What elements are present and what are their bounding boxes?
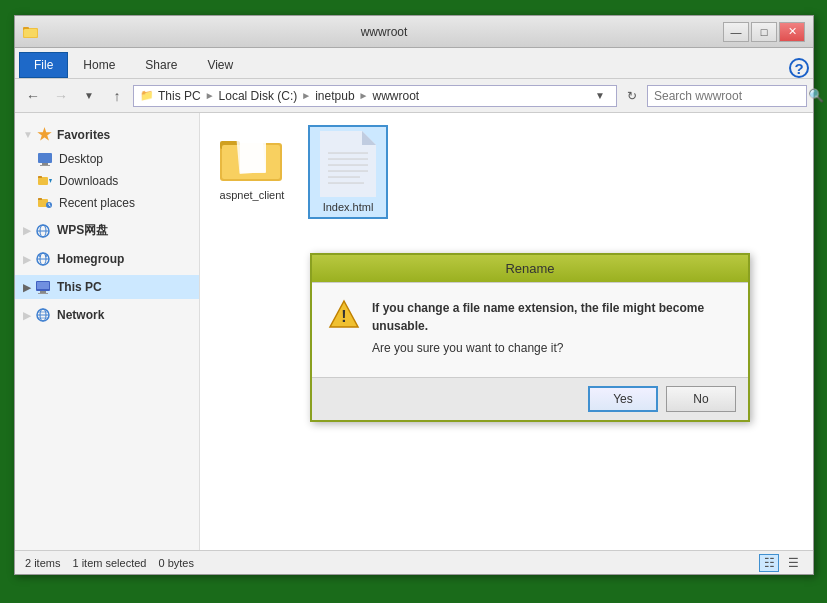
dialog-yes-button[interactable]: Yes	[588, 386, 658, 412]
refresh-button[interactable]: ↻	[621, 85, 643, 107]
svg-rect-24	[40, 291, 46, 293]
svg-rect-35	[240, 139, 266, 173]
svg-rect-3	[38, 153, 52, 163]
status-bar: 2 items 1 item selected 0 bytes ☷ ☰	[15, 550, 813, 574]
dialog-message-row: ! If you change a file name extension, t…	[328, 299, 732, 357]
tab-view[interactable]: View	[192, 52, 248, 78]
homegroup-icon	[35, 251, 51, 267]
svg-rect-5	[40, 165, 50, 166]
sidebar-section-favorites: ▼ ★ Favorites Desktop Downloads	[15, 121, 199, 214]
selected-info: 1 item selected	[72, 557, 146, 569]
sidebar-section-network: ▶ Network	[15, 303, 199, 327]
sidebar-item-desktop[interactable]: Desktop	[15, 148, 199, 170]
network-icon	[35, 307, 51, 323]
search-input[interactable]	[654, 89, 804, 103]
explorer-window: wwwroot — □ ✕ File Home Share View ? ← →…	[14, 15, 814, 575]
breadcrumb-arrow-3: ►	[359, 90, 369, 101]
sidebar-header-favorites[interactable]: ▼ ★ Favorites	[15, 121, 199, 148]
sidebar-header-wps[interactable]: ▶ WPS网盘	[15, 218, 199, 243]
window-icon	[23, 24, 39, 40]
svg-marker-8	[49, 179, 52, 183]
svg-text:!: !	[341, 308, 346, 325]
maximize-button[interactable]: □	[751, 22, 777, 42]
title-bar: wwwroot — □ ✕	[15, 16, 813, 48]
svg-rect-23	[37, 282, 49, 289]
help-button[interactable]: ?	[789, 58, 809, 78]
forward-button[interactable]: →	[49, 85, 73, 107]
warning-icon: !	[328, 299, 360, 331]
status-right: ☷ ☰	[759, 554, 803, 572]
sidebar-section-wps: ▶ WPS网盘	[15, 218, 199, 243]
address-bar[interactable]: 📁 This PC ► Local Disk (C:) ► inetpub ► …	[133, 85, 617, 107]
breadcrumb-arrow-2: ►	[301, 90, 311, 101]
desktop-icon	[37, 151, 53, 167]
dialog-body: ! If you change a file name extension, t…	[312, 282, 748, 377]
address-dropdown-button[interactable]: ▼	[590, 86, 610, 106]
svg-rect-10	[38, 198, 42, 200]
file-grid: aspnet_client	[212, 125, 801, 219]
svg-rect-25	[38, 293, 48, 294]
view-large-icon-button[interactable]: ☷	[759, 554, 779, 572]
breadcrumb-localdisk[interactable]: Local Disk (C:)	[219, 89, 298, 103]
folder-icon-aspnet	[220, 131, 284, 185]
window-controls: — □ ✕	[723, 22, 805, 42]
recent-locations-button[interactable]: ▼	[77, 85, 101, 107]
breadcrumb-thispc[interactable]: This PC	[158, 89, 201, 103]
minimize-button[interactable]: —	[723, 22, 749, 42]
sidebar-item-downloads[interactable]: Downloads	[15, 170, 199, 192]
favorites-label: Favorites	[57, 128, 110, 142]
nav-bar: ← → ▼ ↑ 📁 This PC ► Local Disk (C:) ► in…	[15, 79, 813, 113]
breadcrumb-arrow-1: ►	[205, 90, 215, 101]
dialog-message-line2: Are you sure you want to change it?	[372, 339, 732, 357]
main-content: ▼ ★ Favorites Desktop Downloads	[15, 113, 813, 550]
tab-share[interactable]: Share	[130, 52, 192, 78]
homegroup-label: Homegroup	[57, 252, 124, 266]
status-left: 2 items 1 item selected 0 bytes	[25, 557, 194, 569]
breadcrumb-wwwroot[interactable]: wwwroot	[372, 89, 419, 103]
sidebar-header-network[interactable]: ▶ Network	[15, 303, 199, 327]
wps-label: WPS网盘	[57, 222, 108, 239]
svg-marker-37	[362, 131, 376, 145]
ribbon: File Home Share View ?	[15, 48, 813, 79]
file-area[interactable]: aspnet_client	[200, 113, 813, 550]
file-item-aspnet-client[interactable]: aspnet_client	[212, 125, 292, 219]
up-button[interactable]: ↑	[105, 85, 129, 107]
thispc-label: This PC	[57, 280, 102, 294]
search-icon[interactable]: 🔍	[808, 88, 824, 103]
search-box: 🔍	[647, 85, 807, 107]
network-label: Network	[57, 308, 104, 322]
wps-icon	[35, 223, 51, 239]
dialog-title: Rename	[312, 255, 748, 282]
desktop-label: Desktop	[59, 152, 103, 166]
svg-rect-7	[38, 176, 42, 178]
sidebar-section-thispc: ▶ This PC	[15, 275, 199, 299]
dialog-message-bold: If you change a file name extension, the…	[372, 301, 704, 333]
sidebar-header-thispc[interactable]: ▶ This PC	[15, 275, 199, 299]
sidebar-item-recent[interactable]: Recent places	[15, 192, 199, 214]
dialog-buttons: Yes No	[312, 377, 748, 420]
svg-rect-2	[24, 29, 37, 37]
sidebar-section-homegroup: ▶ Homegroup	[15, 247, 199, 271]
ribbon-tabs: File Home Share View ?	[15, 48, 813, 78]
breadcrumb-icon: 📁	[140, 89, 154, 102]
favorites-star-icon: ★	[37, 125, 51, 144]
file-item-index-html[interactable]: Index.html	[308, 125, 388, 219]
breadcrumb-inetpub[interactable]: inetpub	[315, 89, 354, 103]
file-name-index: Index.html	[323, 201, 374, 213]
html-file-icon	[320, 131, 376, 197]
sidebar-header-homegroup[interactable]: ▶ Homegroup	[15, 247, 199, 271]
close-button[interactable]: ✕	[779, 22, 805, 42]
svg-point-20	[39, 255, 41, 257]
recent-label: Recent places	[59, 196, 135, 210]
downloads-label: Downloads	[59, 174, 118, 188]
dialog-text: If you change a file name extension, the…	[372, 299, 732, 357]
svg-rect-4	[42, 163, 48, 165]
view-list-button[interactable]: ☰	[783, 554, 803, 572]
tab-home[interactable]: Home	[68, 52, 130, 78]
tab-file[interactable]: File	[19, 52, 68, 78]
svg-rect-6	[38, 177, 48, 185]
back-button[interactable]: ←	[21, 85, 45, 107]
downloads-icon	[37, 173, 53, 189]
rename-dialog: Rename ! If you change a file name exten…	[310, 253, 750, 422]
dialog-no-button[interactable]: No	[666, 386, 736, 412]
